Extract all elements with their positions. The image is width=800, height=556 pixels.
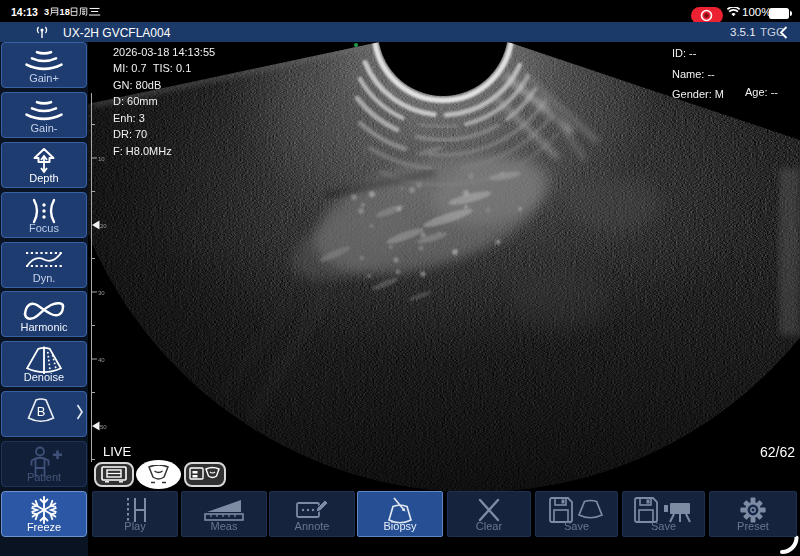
svg-text:30: 30: [98, 290, 105, 296]
svg-text:18: 18: [60, 6, 70, 16]
svg-text:3: 3: [44, 6, 49, 16]
svg-text:50: 50: [100, 424, 107, 430]
svg-text:B: B: [37, 404, 46, 419]
svg-text:10: 10: [98, 156, 105, 162]
svg-text:20: 20: [100, 223, 107, 229]
svg-text:40: 40: [98, 357, 105, 363]
